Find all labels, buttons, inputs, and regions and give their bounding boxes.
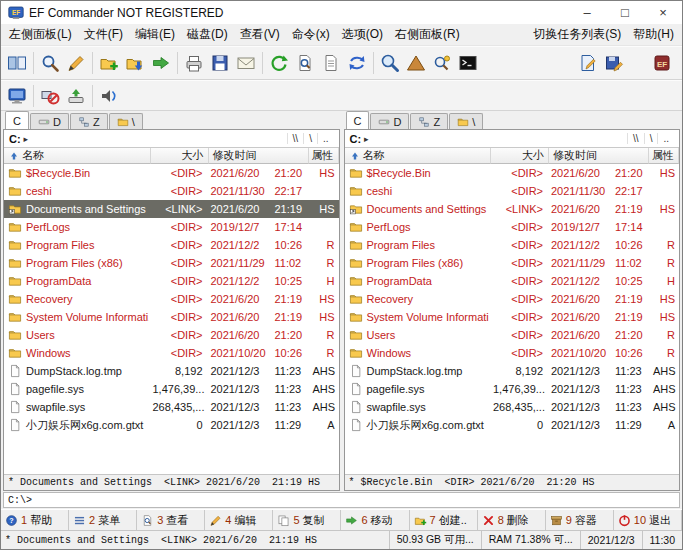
file-row[interactable]: ProgramData<DIR>2021/12/210:25H [4, 272, 339, 290]
drive-tab-d[interactable]: D [30, 113, 69, 129]
pack-button[interactable] [122, 50, 148, 76]
network-block-button[interactable] [37, 83, 63, 109]
file-row[interactable]: swapfile.sys268,435,...2021/12/311:23AHS [4, 398, 339, 416]
fn-menu-button[interactable]: 2菜单 [69, 510, 137, 530]
refresh-button[interactable] [266, 50, 292, 76]
edit-button[interactable] [63, 50, 89, 76]
file-row[interactable]: DumpStack.log.tmp8,1922021/12/311:23AHS [345, 362, 680, 380]
file-row[interactable]: Program Files<DIR>2021/12/210:26R [345, 236, 680, 254]
menu-file[interactable]: 文件(F) [78, 24, 129, 45]
mail-button[interactable] [233, 50, 259, 76]
path-dropdown-icon[interactable]: ▸ [24, 134, 29, 144]
fn-edit-button[interactable]: 4编辑 [205, 510, 273, 530]
column-header-attrs[interactable]: 属性 [649, 148, 679, 164]
warning-button[interactable] [403, 50, 429, 76]
parent-dir-button[interactable]: .. [657, 133, 674, 144]
file-row[interactable]: PerfLogs<DIR>2019/12/717:14 [345, 218, 680, 236]
close-button[interactable]: × [644, 1, 682, 24]
column-header-size[interactable]: 大小 [491, 148, 549, 164]
disk-edit-button[interactable] [601, 50, 627, 76]
zoom-button[interactable] [377, 50, 403, 76]
file-row[interactable]: Documents and Settings<LINK>2021/6/2021:… [4, 200, 339, 218]
root-button[interactable]: \ [303, 133, 317, 144]
file-row[interactable]: ProgramData<DIR>2021/12/210:25H [345, 272, 680, 290]
file-row[interactable]: ceshi<DIR>2021/11/3022:17 [4, 182, 339, 200]
floppy-button[interactable] [207, 50, 233, 76]
swap-panels-button[interactable] [4, 50, 30, 76]
eject-button[interactable] [63, 83, 89, 109]
file-row[interactable]: System Volume Informati...<DIR>2021/6/20… [4, 308, 339, 326]
path-dropdown-icon[interactable]: ▸ [364, 134, 369, 144]
menu-left-panel[interactable]: 左侧面板(L) [3, 24, 78, 45]
parent-dir-button[interactable]: .. [317, 133, 334, 144]
network-root-button[interactable]: \\ [287, 133, 304, 144]
file-row[interactable]: System Volume Informati...<DIR>2021/6/20… [345, 308, 680, 326]
fn-move-button[interactable]: 6移动 [341, 510, 409, 530]
file-row[interactable]: 小刀娱乐网x6g.com.gtxt02021/12/311:29A [345, 416, 680, 434]
drive-tab-d[interactable]: D [370, 113, 409, 129]
fn-create-button[interactable]: 7创建.. [410, 510, 478, 530]
file-row[interactable]: Windows<DIR>2021/10/2010:26R [4, 344, 339, 362]
file-row[interactable]: Documents and Settings<LINK>2021/6/2021:… [345, 200, 680, 218]
file-row[interactable]: Program Files (x86)<DIR>2021/11/2911:02R [345, 254, 680, 272]
menu-help[interactable]: 帮助(H) [627, 24, 680, 45]
sync-button[interactable] [344, 50, 370, 76]
ef-logo-button[interactable]: EF [649, 50, 675, 76]
drive-tab-z[interactable]: Z [70, 113, 108, 129]
file-row[interactable]: 小刀娱乐网x6g.com.gtxt02021/12/311:29A [4, 416, 339, 434]
file-row[interactable]: Recovery<DIR>2021/6/2021:19HS [345, 290, 680, 308]
drive-tab-c[interactable]: C [346, 111, 370, 129]
fn-help-button[interactable]: ?1帮助 [1, 510, 69, 530]
column-header-date[interactable]: 修改时间 [549, 148, 649, 164]
root-button[interactable]: \ [644, 133, 658, 144]
drive-tab-root[interactable]: \ [449, 113, 483, 129]
column-header-date[interactable]: 修改时间 [209, 148, 309, 164]
view-file-button[interactable] [318, 50, 344, 76]
file-row[interactable]: Program Files (x86)<DIR>2021/11/2911:02R [4, 254, 339, 272]
file-row[interactable]: Recovery<DIR>2021/6/2021:19HS [4, 290, 339, 308]
menu-switch-tasklist[interactable]: 切换任务列表(S) [527, 24, 627, 45]
file-row[interactable]: PerfLogs<DIR>2019/12/717:14 [4, 218, 339, 236]
file-row[interactable]: swapfile.sys268,435,...2021/12/311:23AHS [345, 398, 680, 416]
fn-copy-button[interactable]: 5复制 [273, 510, 341, 530]
column-header-size[interactable]: 大小 [151, 148, 209, 164]
maximize-button[interactable]: □ [606, 1, 644, 24]
drive-tab-z[interactable]: Z [410, 113, 448, 129]
menu-disk[interactable]: 磁盘(D) [181, 24, 234, 45]
file-row[interactable]: ceshi<DIR>2021/11/3022:17 [345, 182, 680, 200]
editor-button[interactable] [575, 50, 601, 76]
network-root-button[interactable]: \\ [627, 133, 644, 144]
filter-button[interactable] [429, 50, 455, 76]
file-row[interactable]: Program Files<DIR>2021/12/210:26R [4, 236, 339, 254]
file-row[interactable]: pagefile.sys1,476,39...2021/12/311:23AHS [345, 380, 680, 398]
command-line[interactable]: C:\> [3, 492, 680, 508]
menu-right-panel[interactable]: 右侧面板(R) [389, 24, 466, 45]
search-button[interactable] [37, 50, 63, 76]
file-row[interactable]: Users<DIR>2021/6/2021:20R [345, 326, 680, 344]
menu-command[interactable]: 命令(x) [286, 24, 336, 45]
fn-container-button[interactable]: 9容器 [546, 510, 614, 530]
fn-exit-button[interactable]: 10退出 [614, 510, 682, 530]
print-button[interactable] [181, 50, 207, 76]
menu-edit[interactable]: 编辑(E) [129, 24, 181, 45]
column-header-name[interactable]: 名称 [4, 148, 151, 164]
drive-tab-c[interactable]: C [5, 111, 29, 129]
file-row[interactable]: Windows<DIR>2021/10/2010:26R [345, 344, 680, 362]
desktop-button[interactable] [4, 83, 30, 109]
column-header-name[interactable]: 名称 [345, 148, 492, 164]
file-row[interactable]: DumpStack.log.tmp8,1922021/12/311:23AHS [4, 362, 339, 380]
file-row[interactable]: pagefile.sys1,476,39...2021/12/311:23AHS [4, 380, 339, 398]
find-file-button[interactable] [292, 50, 318, 76]
drive-tab-root[interactable]: \ [109, 113, 143, 129]
menu-view[interactable]: 查看(V) [234, 24, 286, 45]
move-button[interactable] [148, 50, 174, 76]
menu-options[interactable]: 选项(O) [336, 24, 389, 45]
file-row[interactable]: $Recycle.Bin<DIR>2021/6/2021:20HS [345, 164, 680, 182]
new-folder-button[interactable] [96, 50, 122, 76]
minimize-button[interactable]: – [568, 1, 606, 24]
file-row[interactable]: Users<DIR>2021/6/2021:20R [4, 326, 339, 344]
audio-button[interactable] [96, 83, 122, 109]
fn-view-button[interactable]: 3查看 [137, 510, 205, 530]
fn-delete-button[interactable]: 8删除 [478, 510, 546, 530]
column-header-attrs[interactable]: 属性 [309, 148, 339, 164]
